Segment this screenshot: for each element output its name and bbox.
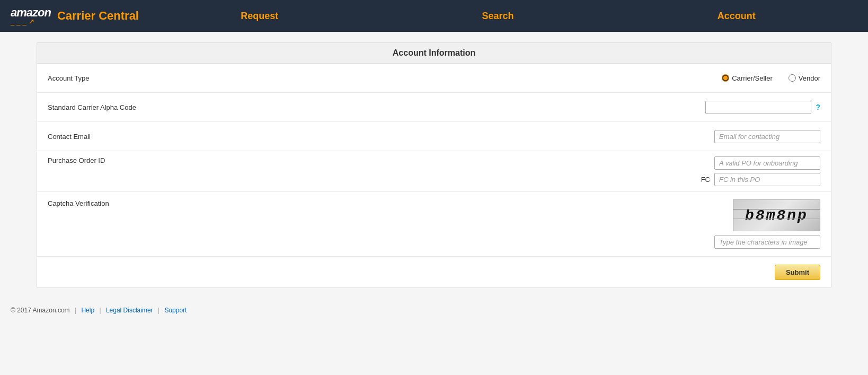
vendor-radio[interactable]: [789, 74, 796, 82]
po-fc-row: Purchase Order ID FC: [37, 151, 831, 192]
amazon-logo: amazon ___↗: [11, 7, 51, 25]
header: amazon ___↗ Carrier Central Request Sear…: [0, 0, 868, 32]
main-nav: Request Search Account: [139, 11, 857, 22]
scac-row: Standard Carrier Alpha Code ?: [37, 93, 831, 122]
amazon-arrow-icon: ___↗: [11, 18, 37, 25]
captcha-controls: b8m8np: [196, 199, 820, 249]
account-type-radio-group: Carrier/Seller Vendor: [196, 74, 820, 82]
scac-help-icon[interactable]: ?: [816, 103, 820, 111]
fc-inputs: FC: [701, 156, 820, 186]
vendor-radio-label[interactable]: Vendor: [789, 74, 820, 82]
contact-email-controls: [196, 130, 820, 143]
account-type-label: Account Type: [48, 74, 196, 82]
nav-search[interactable]: Search: [482, 11, 513, 22]
nav-request[interactable]: Request: [241, 11, 278, 22]
submit-button[interactable]: Submit: [775, 265, 820, 280]
vendor-text: Vendor: [799, 74, 820, 82]
fc-label: FC: [701, 176, 710, 184]
purchase-order-label: Purchase Order ID: [48, 156, 196, 164]
carrier-seller-radio[interactable]: [722, 74, 729, 82]
scac-input[interactable]: [705, 101, 811, 114]
captcha-label: Captcha Verification: [48, 199, 196, 207]
captcha-input[interactable]: [714, 236, 820, 249]
scac-controls: ?: [196, 101, 820, 114]
main-content: Account Information Account Type Carrier…: [26, 42, 842, 288]
form-card-header: Account Information: [37, 43, 831, 64]
footer: © 2017 Amazon.com | Help | Legal Disclai…: [0, 299, 868, 322]
captcha-row: Captcha Verification b8m8np: [37, 192, 831, 257]
contact-email-row: Contact Email: [37, 122, 831, 151]
footer-legal-link[interactable]: Legal Disclaimer: [106, 307, 153, 314]
form-title: Account Information: [393, 48, 475, 57]
captcha-image: b8m8np: [733, 199, 820, 231]
contact-email-input[interactable]: [714, 130, 820, 143]
fc-input[interactable]: [714, 173, 820, 186]
account-type-row: Account Type Carrier/Seller Vendor: [37, 64, 831, 93]
po-fc-controls: FC: [196, 156, 820, 186]
footer-help-link[interactable]: Help: [81, 307, 94, 314]
submit-row: Submit: [37, 257, 831, 287]
captcha-text: b8m8np: [745, 207, 808, 224]
footer-sep-2: |: [99, 307, 101, 314]
footer-support-link[interactable]: Support: [164, 307, 187, 314]
scac-label: Standard Carrier Alpha Code: [48, 103, 196, 111]
purchase-order-input[interactable]: [714, 156, 820, 170]
account-type-controls: Carrier/Seller Vendor: [196, 74, 820, 82]
logo-area: amazon ___↗ Carrier Central: [11, 7, 139, 25]
amazon-wordmark: amazon: [11, 7, 51, 19]
carrier-seller-radio-label[interactable]: Carrier/Seller: [722, 74, 773, 82]
contact-email-label: Contact Email: [48, 133, 196, 141]
carrier-seller-text: Carrier/Seller: [732, 74, 773, 82]
footer-sep-1: |: [75, 307, 76, 314]
captcha-section: b8m8np: [714, 199, 820, 249]
carrier-central-title: Carrier Central: [57, 9, 139, 23]
copyright-text: © 2017 Amazon.com: [11, 307, 70, 314]
footer-sep-3: |: [158, 307, 160, 314]
account-information-card: Account Information Account Type Carrier…: [37, 42, 831, 288]
nav-account[interactable]: Account: [718, 11, 756, 22]
